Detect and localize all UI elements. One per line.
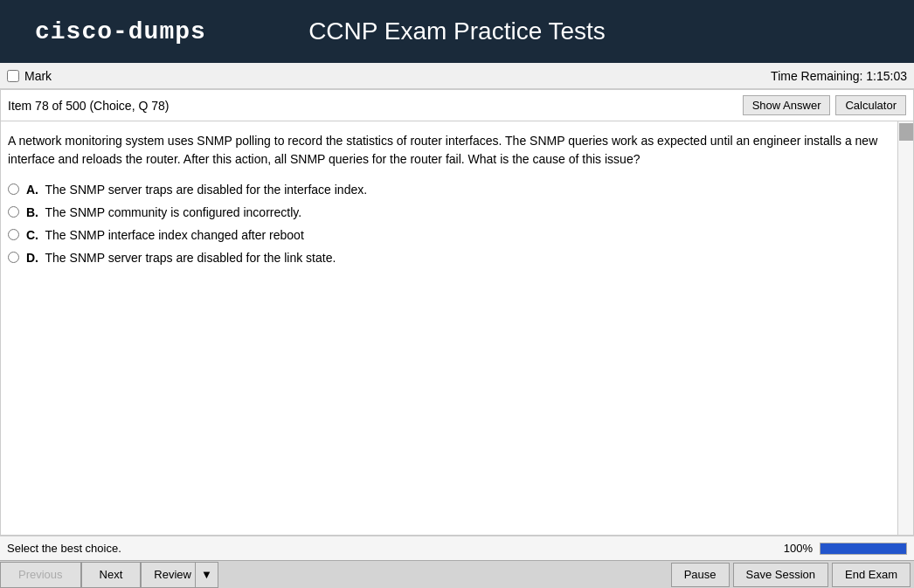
question-buttons: Show Answer Calculator xyxy=(743,95,906,115)
mark-checkbox[interactable] xyxy=(7,70,19,82)
review-label: Review xyxy=(154,568,191,581)
question-header: Item 78 of 500 (Choice, Q 78) Show Answe… xyxy=(1,90,913,121)
toolbar: Mark Time Remaining: 1:15:03 xyxy=(0,63,914,89)
main-content: Item 78 of 500 (Choice, Q 78) Show Answe… xyxy=(0,89,914,536)
time-label: Time Remaining: xyxy=(771,69,862,83)
option-radio-c[interactable] xyxy=(8,229,19,240)
logo: cisco-dumps xyxy=(35,18,206,45)
option-label-b[interactable]: B. The SNMP community is configured inco… xyxy=(26,205,301,219)
mark-area: Mark xyxy=(7,69,52,83)
option-radio-d[interactable] xyxy=(8,252,19,263)
bottom-nav: Previous Next Review ▼ Pause Save Sessio… xyxy=(0,560,914,588)
status-instruction: Select the best choice. xyxy=(7,542,121,555)
app-header: cisco-dumps CCNP Exam Practice Tests xyxy=(0,0,914,63)
nav-left: Previous Next Review ▼ xyxy=(0,562,218,588)
show-answer-button[interactable]: Show Answer xyxy=(743,95,831,115)
option-label-d[interactable]: D. The SNMP server traps are disabled fo… xyxy=(26,251,336,265)
next-button[interactable]: Next xyxy=(81,562,142,588)
end-exam-button[interactable]: End Exam xyxy=(832,563,911,587)
option-radio-b[interactable] xyxy=(8,206,19,218)
list-item: D. The SNMP server traps are disabled fo… xyxy=(8,251,890,265)
options-list: A. The SNMP server traps are disabled fo… xyxy=(8,183,890,265)
scrollbar[interactable] xyxy=(897,121,913,536)
progress-percent: 100% xyxy=(784,542,813,555)
calculator-button[interactable]: Calculator xyxy=(835,95,906,115)
previous-button[interactable]: Previous xyxy=(0,562,81,588)
review-button[interactable]: Review ▼ xyxy=(141,562,218,588)
option-label-a[interactable]: A. The SNMP server traps are disabled fo… xyxy=(26,183,367,197)
save-session-button[interactable]: Save Session xyxy=(733,563,829,587)
app-title: CCNP Exam Practice Tests xyxy=(308,17,606,45)
question-body: A network monitoring system uses SNMP po… xyxy=(1,121,913,535)
progress-area: 100% xyxy=(784,542,907,555)
list-item: C. The SNMP interface index changed afte… xyxy=(8,228,890,242)
option-radio-a[interactable] xyxy=(8,183,19,195)
progress-bar xyxy=(820,543,907,555)
question-info: Item 78 of 500 (Choice, Q 78) xyxy=(8,99,169,113)
mark-label: Mark xyxy=(24,69,52,83)
list-item: A. The SNMP server traps are disabled fo… xyxy=(8,183,890,197)
progress-fill xyxy=(821,543,906,554)
scroll-thumb xyxy=(899,123,913,141)
statusbar: Select the best choice. 100% xyxy=(0,536,914,560)
pause-button[interactable]: Pause xyxy=(671,563,730,587)
option-label-c[interactable]: C. The SNMP interface index changed afte… xyxy=(26,228,304,242)
time-value: 1:15:03 xyxy=(866,69,907,83)
review-dropdown-arrow[interactable]: ▼ xyxy=(195,563,218,587)
list-item: B. The SNMP community is configured inco… xyxy=(8,205,890,219)
question-text: A network monitoring system uses SNMP po… xyxy=(8,132,890,169)
time-remaining: Time Remaining: 1:15:03 xyxy=(771,69,907,83)
nav-right: Pause Save Session End Exam xyxy=(671,563,914,587)
